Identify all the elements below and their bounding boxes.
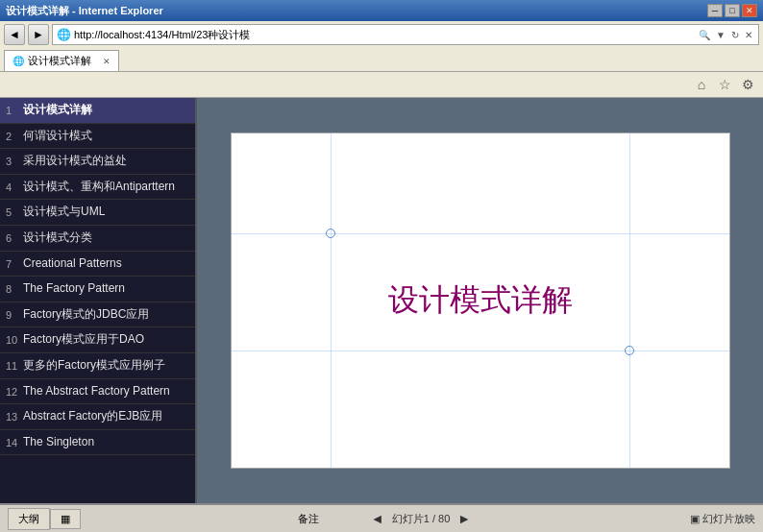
- sidebar-item[interactable]: 12The Abstract Factory Pattern: [0, 379, 195, 405]
- sidebar-item[interactable]: 9Factory模式的JDBC应用: [0, 302, 195, 328]
- tab-favicon: 🌐: [12, 56, 24, 66]
- sidebar-item-label: Abstract Factory的EJB应用: [23, 409, 189, 424]
- sidebar-item-label: The Abstract Factory Pattern: [23, 384, 189, 399]
- tab-title: 设计模式详解: [28, 54, 91, 68]
- sidebar-item[interactable]: 7Creational Patterns: [0, 252, 195, 278]
- sidebar-item-num: 5: [6, 206, 23, 219]
- sidebar-item-label: Factory模式的JDBC应用: [23, 307, 189, 323]
- sidebar-item[interactable]: 11更多的Factory模式应用例子: [0, 353, 195, 379]
- notes-label: 备注: [298, 512, 319, 526]
- next-slide-button[interactable]: ►: [455, 510, 473, 527]
- address-icon: 🌐: [57, 28, 71, 41]
- grid-line-v1: [331, 133, 332, 468]
- sidebar-item-num: 11: [6, 359, 23, 373]
- window-title: 设计模式详解 - Internet Explorer: [6, 4, 163, 18]
- sidebar-item-label: The Factory Pattern: [23, 281, 189, 297]
- sidebar-item-label: 采用设计模式的益处: [23, 154, 189, 169]
- slide-controls: 备注 ◄ 幻灯片1 / 80 ►: [298, 510, 474, 527]
- address-actions: 🔍 ▼ ↻ ✕: [697, 30, 754, 40]
- cross-marker-tl: [326, 229, 335, 238]
- status-right: ▣ 幻灯片放映: [690, 512, 755, 526]
- title-bar: 设计模式详解 - Internet Explorer ─ □ ✕: [0, 0, 763, 21]
- status-bar: 大纲 ▦ 备注 ◄ 幻灯片1 / 80 ► ▣ 幻灯片放映: [0, 503, 763, 532]
- tab-bar: 🌐 设计模式详解 ✕: [0, 48, 763, 72]
- main-area: 1设计模式详解2何谓设计模式3采用设计模式的益处4设计模式、重构和Antipar…: [0, 98, 763, 503]
- minimize-button[interactable]: ─: [707, 4, 723, 17]
- sidebar-item[interactable]: 8The Factory Pattern: [0, 277, 195, 302]
- sidebar-item[interactable]: 6设计模式分类: [0, 226, 195, 252]
- refresh-icon[interactable]: ↻: [729, 30, 741, 40]
- slideshow-label: 幻灯片放映: [702, 512, 755, 526]
- back-button[interactable]: ◄: [4, 24, 25, 45]
- slideshow-button[interactable]: ▣ 幻灯片放映: [690, 512, 755, 526]
- sidebar-item-num: 8: [6, 282, 23, 296]
- stop-icon[interactable]: ✕: [743, 30, 754, 40]
- slideshow-icon: ▣: [690, 513, 700, 525]
- sidebar-item-label: 设计模式详解: [23, 103, 189, 118]
- address-bar-container: 🌐 🔍 ▼ ↻ ✕: [52, 24, 759, 45]
- sidebar-item-label: 设计模式、重构和Antiparttern: [23, 180, 189, 195]
- sidebar-item-label: Factory模式应用于DAO: [23, 332, 189, 348]
- slide-title: 设计模式详解: [388, 279, 573, 322]
- outline-button[interactable]: 大纲: [8, 508, 50, 530]
- sidebar-item-label: 更多的Factory模式应用例子: [23, 358, 189, 374]
- favorites-icon[interactable]: ☆: [715, 75, 734, 94]
- tab-close-button[interactable]: ✕: [103, 57, 111, 66]
- maximize-button[interactable]: □: [725, 4, 740, 17]
- sidebar-item-label: 设计模式与UML: [23, 205, 189, 220]
- address-input[interactable]: [74, 29, 694, 40]
- sidebar-item[interactable]: 2何谓设计模式: [0, 124, 195, 150]
- sidebar-item-num: 14: [6, 436, 23, 449]
- sidebar-item-label: Creational Patterns: [23, 256, 189, 272]
- sidebar-item-num: 3: [6, 155, 23, 168]
- sidebar-item-label: 设计模式分类: [23, 230, 189, 246]
- settings-icon[interactable]: ⚙: [738, 75, 757, 94]
- slide-area: 设计模式详解: [197, 98, 763, 503]
- close-button[interactable]: ✕: [742, 4, 757, 17]
- sidebar-item-num: 4: [6, 181, 23, 194]
- grid-line-v2: [629, 133, 630, 468]
- search-icon: 🔍: [697, 30, 712, 40]
- sidebar-item[interactable]: 14The Singleton: [0, 430, 195, 456]
- dropdown-icon[interactable]: ▼: [714, 30, 727, 40]
- grid-line-h1: [232, 233, 729, 234]
- browser-tab[interactable]: 🌐 设计模式详解 ✕: [4, 50, 119, 71]
- toolbar-row: ⌂ ☆ ⚙: [0, 72, 763, 98]
- thumbnail-button[interactable]: ▦: [50, 509, 81, 529]
- sidebar-item-num: 13: [6, 410, 23, 423]
- sidebar-item[interactable]: 3采用设计模式的益处: [0, 149, 195, 175]
- thumbnail-icon: ▦: [61, 513, 70, 524]
- sidebar-item-label: 何谓设计模式: [23, 129, 189, 144]
- sidebar-item-num: 2: [6, 130, 23, 143]
- cross-marker-br: [625, 346, 634, 355]
- sidebar-item[interactable]: 4设计模式、重构和Antiparttern: [0, 175, 195, 201]
- grid-line-h2: [232, 351, 729, 351]
- sidebar-item-num: 7: [6, 257, 23, 271]
- sidebar-item-num: 6: [6, 231, 23, 245]
- slide-info: 幻灯片1 / 80: [392, 512, 451, 526]
- prev-slide-button[interactable]: ◄: [369, 510, 386, 527]
- sidebar-item-num: 9: [6, 308, 23, 322]
- sidebar-item[interactable]: 1设计模式详解: [0, 98, 195, 124]
- sidebar-item-num: 1: [6, 104, 23, 117]
- sidebar: 1设计模式详解2何谓设计模式3采用设计模式的益处4设计模式、重构和Antipar…: [0, 98, 197, 503]
- sidebar-item[interactable]: 13Abstract Factory的EJB应用: [0, 404, 195, 430]
- forward-button[interactable]: ►: [28, 24, 49, 45]
- sidebar-item-num: 12: [6, 385, 23, 399]
- home-icon[interactable]: ⌂: [692, 75, 711, 94]
- sidebar-item[interactable]: 5设计模式与UML: [0, 200, 195, 226]
- nav-bar: ◄ ► 🌐 🔍 ▼ ↻ ✕: [0, 21, 763, 48]
- sidebar-item-label: The Singleton: [23, 435, 189, 450]
- sidebar-item[interactable]: 10Factory模式应用于DAO: [0, 327, 195, 353]
- sidebar-item-num: 10: [6, 333, 23, 347]
- window-controls: ─ □ ✕: [707, 4, 757, 17]
- slide: 设计模式详解: [231, 133, 730, 469]
